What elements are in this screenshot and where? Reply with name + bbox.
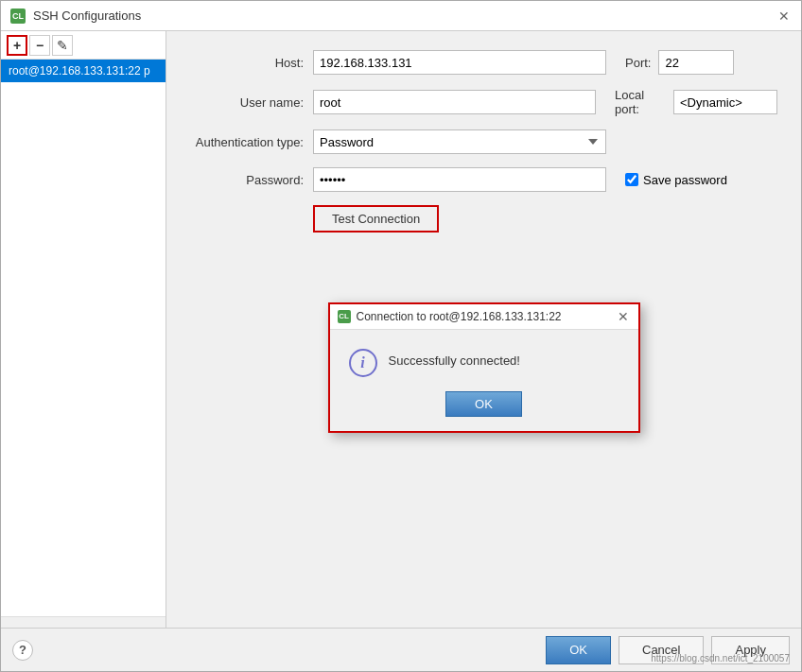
app-icon: CL: [10, 9, 26, 24]
host-row: Host: Port:: [190, 50, 777, 75]
help-button[interactable]: ?: [12, 640, 33, 661]
username-label: User name:: [190, 95, 313, 110]
modal-body: i Successfully connected!: [330, 330, 638, 391]
config-list: root@192.168.133.131:22 p: [1, 60, 166, 616]
host-input[interactable]: [313, 50, 606, 75]
local-port-group: Local port:: [615, 88, 777, 116]
modal-titlebar: CL Connection to root@192.168.133.131:22…: [330, 304, 638, 330]
modal-footer: OK: [330, 391, 638, 431]
modal-title: Connection to root@192.168.133.131:22: [357, 310, 562, 323]
close-button[interactable]: ✕: [776, 9, 792, 24]
sidebar: + − ✎ root@192.168.133.131:22 p: [1, 31, 166, 628]
username-row: User name: Local port:: [190, 88, 777, 116]
modal-ok-button[interactable]: OK: [445, 391, 522, 417]
auth-type-label: Authentication type:: [190, 135, 313, 149]
port-label: Port:: [625, 56, 651, 70]
bottom-left: ?: [12, 640, 33, 661]
username-input[interactable]: [313, 90, 596, 114]
cancel-button[interactable]: Cancel: [619, 636, 704, 664]
password-label: Password:: [190, 173, 313, 187]
add-config-button[interactable]: +: [7, 35, 27, 56]
info-icon: i: [349, 349, 377, 377]
apply-button[interactable]: Apply: [711, 636, 790, 664]
main-window: CL SSH Configurations ✕ + − ✎ root@192.1…: [0, 0, 802, 672]
edit-config-button[interactable]: ✎: [52, 35, 73, 56]
sidebar-scrollbar[interactable]: [1, 616, 166, 628]
content-area: + − ✎ root@192.168.133.131:22 p Host: Po…: [1, 31, 801, 628]
modal-titlebar-left: CL Connection to root@192.168.133.131:22: [338, 310, 562, 323]
save-password-checkbox[interactable]: [625, 173, 638, 186]
auth-type-row: Authentication type: Password: [190, 129, 777, 154]
bottom-bar: ? OK Cancel Apply: [1, 628, 801, 671]
port-input[interactable]: [658, 50, 734, 75]
ok-button[interactable]: OK: [546, 636, 611, 664]
save-password-group: Save password: [625, 173, 727, 187]
password-row: Password: Save password: [190, 167, 777, 192]
sidebar-toolbar: + − ✎: [1, 31, 166, 60]
local-port-label: Local port:: [615, 88, 666, 116]
window-title: SSH Configurations: [33, 9, 141, 23]
test-connection-button[interactable]: Test Connection: [313, 205, 439, 233]
title-bar-left: CL SSH Configurations: [10, 9, 141, 24]
sidebar-item-config[interactable]: root@192.168.133.131:22 p: [1, 60, 166, 82]
port-group: Port:: [625, 50, 734, 75]
modal-message: Successfully connected!: [389, 349, 520, 368]
password-input[interactable]: [313, 167, 606, 192]
auth-type-select[interactable]: Password: [313, 129, 606, 154]
save-password-label: Save password: [643, 173, 727, 187]
host-label: Host:: [190, 56, 313, 70]
modal-overlay: CL Connection to root@192.168.133.131:22…: [166, 31, 801, 628]
connection-modal: CL Connection to root@192.168.133.131:22…: [328, 302, 640, 433]
modal-close-button[interactable]: ✕: [616, 309, 631, 324]
remove-config-button[interactable]: −: [29, 35, 50, 56]
local-port-input[interactable]: [673, 90, 777, 114]
main-panel: Host: Port: User name: Local port:: [166, 31, 801, 628]
modal-app-icon: CL: [338, 310, 351, 323]
title-bar: CL SSH Configurations ✕: [1, 1, 801, 31]
bottom-right: OK Cancel Apply: [546, 636, 790, 664]
test-connection-wrapper: Test Connection: [313, 205, 777, 233]
